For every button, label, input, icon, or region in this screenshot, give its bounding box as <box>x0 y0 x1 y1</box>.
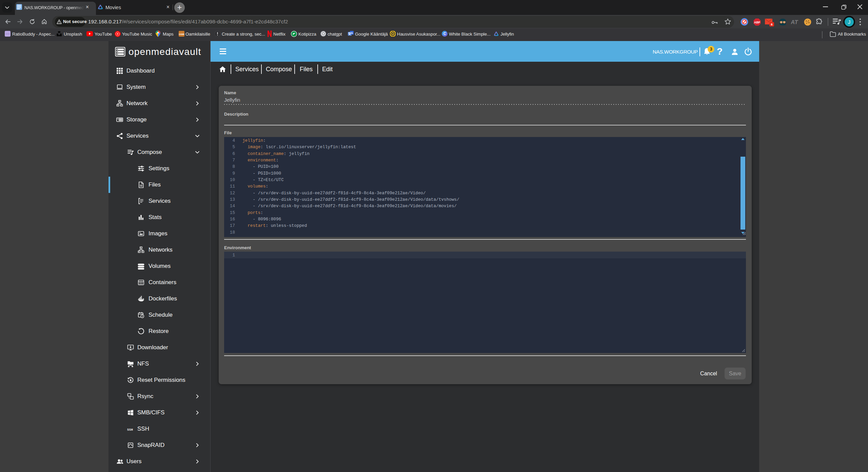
svg-text:AT: AT <box>791 19 799 25</box>
svg-text:C: C <box>443 32 446 36</box>
svg-text:6: 6 <box>771 23 772 26</box>
svg-text:ABP: ABP <box>754 21 760 24</box>
svg-text:OAMK: OAMK <box>179 33 184 35</box>
